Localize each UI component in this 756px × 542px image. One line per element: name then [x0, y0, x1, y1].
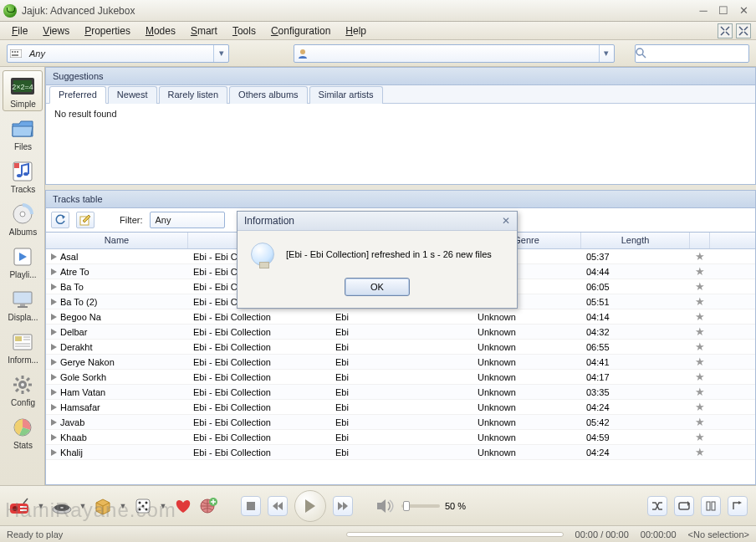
progress-bar[interactable] [346, 532, 564, 537]
box-icon[interactable] [94, 497, 112, 515]
collapse-all-icon[interactable] [718, 23, 733, 38]
menu-properties[interactable]: Properties [78, 23, 137, 39]
menu-modes[interactable]: Modes [139, 23, 182, 39]
star-icon[interactable]: ★ [695, 386, 705, 398]
menu-configuration[interactable]: Configuration [264, 23, 337, 39]
volume-slider[interactable] [401, 504, 440, 508]
svg-rect-69 [712, 502, 715, 510]
svg-line-35 [27, 389, 29, 391]
star-icon[interactable]: ★ [695, 431, 705, 443]
svg-line-34 [16, 378, 18, 381]
table-row[interactable]: Ham VatanEbi - Ebi CollectionEbiUnknown0… [46, 385, 755, 400]
col-name[interactable]: Name [46, 233, 188, 248]
tab-others-albums[interactable]: Others albums [229, 86, 308, 104]
sidebar: 2×2=4 Simple Files Tracks Albums [0, 67, 45, 485]
sidebar-item-stats[interactable]: Stats [3, 412, 43, 453]
col-length[interactable]: Length [581, 233, 690, 248]
menu-tools[interactable]: Tools [226, 23, 263, 39]
turntable-icon[interactable] [52, 498, 72, 514]
dice-icon[interactable] [134, 497, 152, 515]
filter-combo[interactable]: Any [150, 212, 225, 228]
star-icon[interactable]: ★ [695, 355, 705, 368]
star-icon[interactable]: ★ [695, 446, 705, 458]
star-icon[interactable]: ★ [695, 250, 705, 263]
menu-smart[interactable]: Smart [184, 23, 224, 39]
star-icon[interactable]: ★ [695, 265, 705, 278]
maximize-button[interactable]: ☐ [714, 3, 733, 18]
svg-point-42 [13, 506, 18, 511]
genre-combo[interactable]: Any ▾ [7, 44, 229, 63]
dialog-titlebar[interactable]: Information ✕ [238, 212, 517, 231]
dialog-close-icon[interactable]: ✕ [502, 215, 510, 227]
tab-preferred[interactable]: Preferred [49, 86, 106, 104]
svg-marker-62 [305, 499, 315, 513]
table-row[interactable]: HamsafarEbi - Ebi CollectionEbiUnknown04… [46, 400, 755, 415]
table-row[interactable]: Gerye NakonEbi - Ebi CollectionEbiUnknow… [46, 355, 755, 370]
artist-combo[interactable]: ▾ [294, 44, 615, 63]
star-icon[interactable]: ★ [695, 340, 705, 353]
table-row[interactable]: KhalijEbi - Ebi CollectionEbiUnknown04:2… [46, 445, 755, 460]
sidebar-item-albums[interactable]: Albums [3, 198, 43, 239]
star-icon[interactable]: ★ [695, 310, 705, 323]
sidebar-item-playlists[interactable]: Playli... [3, 241, 43, 282]
table-row[interactable]: DerakhtEbi - Ebi CollectionEbiUnknown06:… [46, 340, 755, 355]
star-icon[interactable]: ★ [695, 295, 705, 308]
dice-dropdown[interactable]: ▼ [159, 502, 167, 510]
repeat-button[interactable] [674, 496, 694, 516]
radio-dropdown[interactable]: ▼ [37, 502, 45, 510]
box-dropdown[interactable]: ▼ [119, 502, 127, 510]
crossfade-button[interactable] [647, 496, 667, 516]
search-box[interactable] [635, 44, 749, 63]
svg-rect-2 [14, 51, 16, 53]
speaker-icon[interactable] [376, 499, 395, 514]
sidebar-label: Simple [3, 100, 43, 109]
tab-similar-artists[interactable]: Similar artists [309, 86, 383, 104]
menu-file[interactable]: File [5, 23, 34, 39]
tab-rarely-listen[interactable]: Rarely listen [159, 86, 228, 104]
globe-plus-icon[interactable] [199, 497, 217, 515]
star-icon[interactable]: ★ [695, 416, 705, 428]
edit-button[interactable] [76, 212, 94, 228]
table-row[interactable]: DelbarEbi - Ebi CollectionEbiUnknown04:3… [46, 325, 755, 340]
menu-views[interactable]: Views [36, 23, 76, 39]
svg-point-48 [60, 507, 64, 509]
heart-icon[interactable] [174, 498, 192, 514]
expand-all-icon[interactable] [736, 23, 751, 38]
shuffle-button[interactable] [701, 496, 721, 516]
svg-point-52 [142, 504, 145, 507]
radio-icon[interactable] [8, 497, 30, 515]
star-icon[interactable]: ★ [695, 325, 705, 338]
minimize-button[interactable]: ─ [694, 3, 713, 18]
col-rate[interactable] [690, 233, 710, 248]
cd-icon [9, 202, 36, 226]
turntable-dropdown[interactable]: ▼ [79, 502, 87, 510]
table-row[interactable]: Gole SorkhEbi - Ebi CollectionEbiUnknown… [46, 370, 755, 385]
star-icon[interactable]: ★ [695, 280, 705, 293]
ok-button[interactable]: OK [345, 278, 410, 296]
sidebar-item-display[interactable]: Displa... [3, 284, 43, 325]
table-row[interactable]: Begoo NaEbi - Ebi CollectionEbiUnknown04… [46, 309, 755, 325]
sidebar-label: Displa... [3, 313, 43, 322]
search-input[interactable] [652, 46, 743, 61]
tab-newest[interactable]: Newest [108, 86, 157, 104]
close-button[interactable]: ✕ [734, 3, 753, 18]
sidebar-item-files[interactable]: Files [3, 113, 43, 154]
sidebar-item-simple[interactable]: 2×2=4 Simple [3, 70, 43, 111]
prev-button[interactable] [268, 496, 288, 516]
stop-button[interactable] [241, 496, 261, 516]
play-button[interactable] [294, 490, 326, 522]
svg-rect-1 [12, 51, 13, 53]
continue-button[interactable] [728, 496, 748, 516]
menu-help[interactable]: Help [339, 23, 373, 39]
svg-point-50 [139, 501, 141, 504]
star-icon[interactable]: ★ [695, 401, 705, 413]
table-row[interactable]: JavabEbi - Ebi CollectionEbiUnknown05:42… [46, 415, 755, 430]
sidebar-item-information[interactable]: Inform... [3, 326, 43, 367]
svg-rect-3 [17, 51, 18, 53]
star-icon[interactable]: ★ [695, 371, 705, 383]
sidebar-item-config[interactable]: Config [3, 369, 43, 410]
next-button[interactable] [333, 496, 353, 516]
refresh-button[interactable] [51, 212, 69, 228]
table-row[interactable]: KhaabEbi - Ebi CollectionEbiUnknown04:59… [46, 430, 755, 445]
sidebar-item-tracks[interactable]: Tracks [3, 156, 43, 197]
